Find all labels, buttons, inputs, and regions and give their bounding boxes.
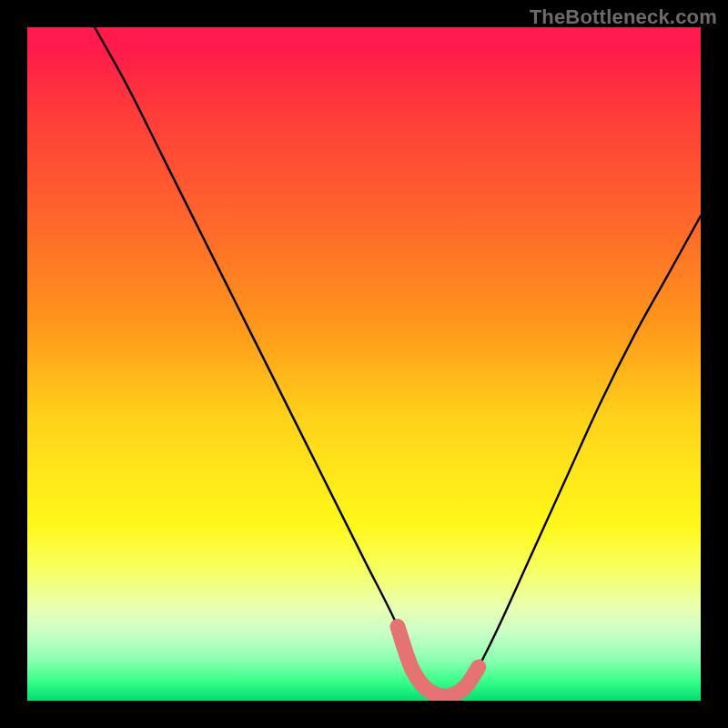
flat-zone-highlight (398, 627, 479, 697)
plot-area (27, 27, 701, 701)
chart-svg (27, 27, 701, 701)
watermark-text: TheBottleneck.com (530, 5, 717, 29)
bottleneck-curve (95, 27, 701, 696)
chart-stage: TheBottleneck.com (0, 0, 728, 728)
